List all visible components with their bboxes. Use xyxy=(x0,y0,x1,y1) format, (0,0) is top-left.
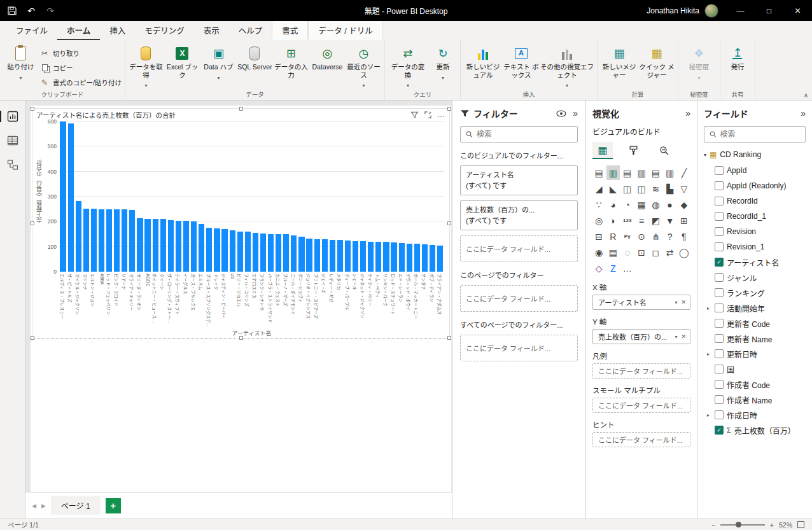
bar[interactable] xyxy=(276,234,281,272)
bar[interactable] xyxy=(283,234,289,272)
chevron-down-icon[interactable]: ▾ xyxy=(672,334,680,340)
bar[interactable] xyxy=(399,243,405,272)
stacked-column-chart-icon[interactable]: ▥ xyxy=(606,165,619,180)
close-button[interactable]: ✕ xyxy=(783,0,812,21)
format-visual-tab[interactable] xyxy=(623,142,643,159)
field-checkbox[interactable] xyxy=(715,166,724,175)
bar[interactable] xyxy=(306,239,312,272)
field-checkbox[interactable] xyxy=(715,365,724,373)
bar[interactable] xyxy=(206,228,212,272)
bar[interactable] xyxy=(76,201,81,272)
tab-ホーム[interactable]: ホーム xyxy=(57,21,100,40)
get-data-button[interactable]: データを取得 xyxy=(129,43,164,90)
pie-chart-icon[interactable]: ◕ xyxy=(606,197,619,212)
table-icon[interactable]: ⊞ xyxy=(678,213,690,228)
bar[interactable] xyxy=(368,242,374,272)
map-icon[interactable]: ◍ xyxy=(649,197,662,212)
bar[interactable] xyxy=(153,219,158,272)
fields-search-box[interactable] xyxy=(704,126,806,143)
more-visuals-button[interactable]: その他の視覚エフェクト xyxy=(540,43,594,90)
waterfall-chart-icon[interactable]: ▙ xyxy=(663,181,676,196)
field-row[interactable]: ランキング xyxy=(704,285,806,300)
clustered-bar-chart-icon[interactable]: ▤ xyxy=(621,165,634,180)
bar[interactable] xyxy=(99,209,104,272)
field-row[interactable]: 作成者 Code xyxy=(704,377,806,392)
enter-data-button[interactable]: ⊞ データの入力 xyxy=(274,43,309,90)
collapse-visualizations-pane-icon[interactable]: » xyxy=(685,108,690,118)
tab-データ / ドリル[interactable]: データ / ドリル xyxy=(308,21,382,40)
bar[interactable] xyxy=(360,241,366,272)
bar[interactable] xyxy=(183,221,189,272)
empty-field-well[interactable]: ここにデータ フィールド... xyxy=(592,398,690,413)
bar[interactable] xyxy=(137,218,143,272)
field-row[interactable]: 更新者 Name xyxy=(704,331,806,346)
cut-button[interactable]: ✂切り取り xyxy=(39,47,122,59)
clustered-column-chart-icon[interactable]: ▥ xyxy=(635,165,648,180)
redo-button[interactable]: ↷ xyxy=(41,0,60,21)
line-and-stacked-column-chart-icon[interactable]: ◫ xyxy=(621,181,634,196)
field-checkbox[interactable] xyxy=(715,227,724,236)
script-visual-icon[interactable]: ⊡ xyxy=(635,245,648,260)
field-row[interactable]: ジャンル xyxy=(704,270,806,285)
kpi-icon[interactable]: ◩ xyxy=(649,213,662,228)
bar[interactable] xyxy=(383,242,389,272)
decomposition-tree-icon[interactable]: ⋔ xyxy=(649,229,662,244)
paste-button[interactable]: 貼り付け xyxy=(3,43,38,90)
ribbon-chart-icon[interactable]: ≋ xyxy=(649,181,662,196)
line-and-clustered-column-chart-icon[interactable]: ◫ xyxy=(635,181,648,196)
bar[interactable] xyxy=(144,219,150,272)
resize-handle[interactable] xyxy=(447,107,451,111)
scatter-chart-icon[interactable]: ∵ xyxy=(592,197,605,212)
area-chart-icon[interactable]: ◢ xyxy=(592,181,605,196)
fields-search-input[interactable] xyxy=(720,130,800,139)
bar[interactable] xyxy=(345,241,351,272)
treemap-icon[interactable]: ▦ xyxy=(635,197,648,212)
r-script-visual-icon[interactable]: R xyxy=(606,229,619,244)
dataverse-button[interactable]: ◎ Dataverse xyxy=(310,43,345,90)
signed-in-user[interactable]: Jonathan Hikita xyxy=(647,6,699,15)
bar[interactable] xyxy=(114,209,120,272)
focus-mode-icon[interactable] xyxy=(424,111,432,119)
field-checkbox[interactable] xyxy=(715,273,724,282)
new-page-button[interactable]: + xyxy=(106,498,121,513)
field-row[interactable]: RecordId_1 xyxy=(704,209,806,224)
visual-filter-icon[interactable] xyxy=(410,111,419,119)
undo-button[interactable]: ↶ xyxy=(22,0,41,21)
flow-visual-icon[interactable]: ⇄ xyxy=(663,245,676,260)
empty-filter-card[interactable]: ここにデータ フィールド... xyxy=(460,285,578,312)
bar[interactable] xyxy=(214,228,220,272)
bar[interactable] xyxy=(407,244,412,272)
more-options-icon[interactable]: … xyxy=(437,110,445,119)
bar[interactable] xyxy=(253,233,258,272)
bar[interactable] xyxy=(176,221,181,272)
resize-handle[interactable] xyxy=(447,221,451,225)
save-button[interactable] xyxy=(3,0,22,21)
bar[interactable] xyxy=(353,241,358,272)
collapse-fields-pane-icon[interactable]: » xyxy=(801,108,806,118)
bar[interactable] xyxy=(391,242,396,272)
bar[interactable] xyxy=(291,235,297,272)
tab-表示[interactable]: 表示 xyxy=(194,21,229,40)
zoom-slider-thumb[interactable] xyxy=(736,522,741,527)
page-tab[interactable]: ページ 1 xyxy=(51,496,101,515)
azure-map-icon[interactable]: ◎ xyxy=(592,213,605,228)
resize-handle[interactable] xyxy=(239,336,243,340)
bar[interactable] xyxy=(199,224,204,272)
text-box-button[interactable]: A テキスト ボックス xyxy=(503,43,539,90)
smart-narrative-icon[interactable]: ¶ xyxy=(678,229,690,244)
field-checkbox[interactable] xyxy=(715,197,724,206)
bar[interactable] xyxy=(375,242,381,272)
bar[interactable] xyxy=(314,239,320,272)
quick-measure-button[interactable]: ▦ クイック メジャー xyxy=(639,43,675,90)
filter-card[interactable]: 売上枚数（百万）の...(すべて) です xyxy=(460,200,578,230)
expand-chevron-icon[interactable]: ▸ xyxy=(705,412,711,418)
100-stacked-column-chart-icon[interactable]: ▥ xyxy=(663,165,676,180)
chevron-down-icon[interactable]: ▾ xyxy=(672,300,680,305)
field-checkbox[interactable] xyxy=(715,380,724,389)
gauge-icon[interactable]: ◗ xyxy=(606,213,619,228)
field-checkbox[interactable]: ✓ xyxy=(715,426,724,435)
tab-ファイル[interactable]: ファイル xyxy=(6,21,57,40)
python-visual-icon[interactable]: Py xyxy=(621,229,634,244)
matrix-icon[interactable]: ⊟ xyxy=(592,229,605,244)
field-row[interactable]: AppId xyxy=(704,163,806,178)
